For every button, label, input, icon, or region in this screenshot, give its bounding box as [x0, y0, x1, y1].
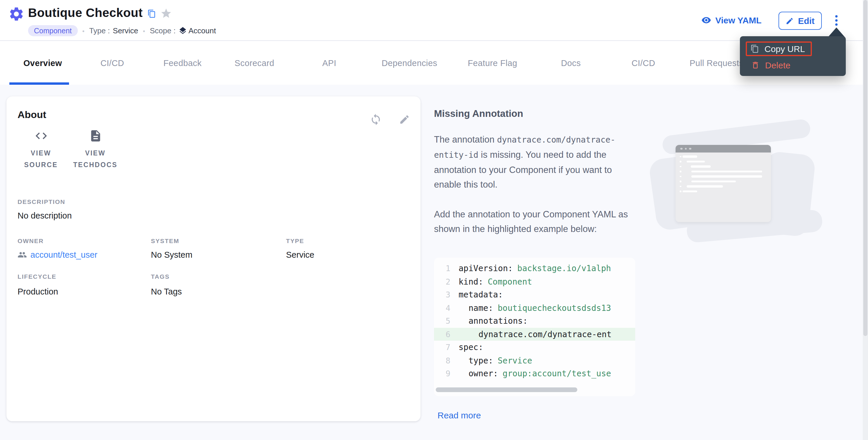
entity-header: Boutique Checkout Component • Type : Ser… — [0, 0, 868, 41]
lifecycle-label: LIFECYCLE — [18, 273, 57, 280]
edit-about-icon[interactable] — [399, 114, 410, 125]
yaml-code-block: 1apiVersion:backstage.io/v1alph 2kind:Co… — [434, 258, 635, 396]
copy-url-label: Copy URL — [765, 44, 805, 54]
active-tab-underline — [9, 82, 69, 85]
view-yaml-label: View YAML — [715, 15, 762, 25]
code-line: 5annotations: — [434, 314, 635, 328]
page-scrollbar-thumb[interactable] — [863, 0, 867, 336]
view-techdocs-label: VIEW TECHDOCS — [68, 147, 122, 171]
tags-label: TAGS — [151, 273, 169, 280]
owner-value: account/test_user — [30, 250, 97, 260]
about-card: About VIEW SOURCE VIEW TECHDOCS DESCRIPT… — [6, 96, 421, 421]
missing-annotation-text: The annotation dynatrace.com/dynatrace-e… — [434, 132, 637, 192]
view-source-link[interactable]: VIEW SOURCE — [18, 129, 64, 171]
type-field-value: Service — [286, 250, 314, 260]
system-label: SYSTEM — [151, 237, 179, 244]
entity-scope: Scope : Account — [150, 26, 216, 35]
about-card-title: About — [18, 109, 46, 121]
tab-scorecard[interactable]: Scorecard — [218, 41, 291, 85]
entity-type: Type : Service — [89, 26, 138, 35]
tab-feature-flag[interactable]: Feature Flag — [452, 41, 533, 85]
layers-icon — [178, 26, 187, 35]
type-label: Type : — [89, 26, 110, 35]
component-gear-icon — [8, 6, 25, 22]
tags-value: No Tags — [151, 287, 182, 296]
entity-subtitle: Component • Type : Service • Scope : Acc… — [28, 25, 216, 36]
entity-tabbar: Overview CI/CD Feedback Scorecard API De… — [0, 41, 868, 85]
system-value: No System — [151, 250, 192, 260]
code-line: 3metadata: — [434, 288, 635, 301]
favorite-star-icon[interactable] — [160, 8, 172, 19]
copy-entity-name-icon[interactable] — [147, 9, 156, 18]
code-window-illustration — [648, 123, 824, 240]
scope-value: Account — [188, 26, 216, 35]
description-label: DESCRIPTION — [18, 198, 65, 205]
tab-overview[interactable]: Overview — [8, 41, 77, 85]
tab-docs[interactable]: Docs — [533, 41, 608, 85]
entity-page: Boutique Checkout Component • Type : Ser… — [0, 0, 868, 440]
tab-api[interactable]: API — [291, 41, 367, 85]
people-icon — [18, 250, 27, 260]
code-line: 4name:boutiquecheckoutsdsds13 — [434, 301, 635, 314]
view-yaml-button[interactable]: View YAML — [701, 15, 762, 25]
editor-window-graphic — [676, 145, 771, 222]
document-icon — [89, 129, 102, 143]
edit-button-label: Edit — [798, 16, 815, 26]
code-line: 1apiVersion:backstage.io/v1alph — [434, 262, 635, 275]
view-techdocs-link[interactable]: VIEW TECHDOCS — [68, 129, 122, 171]
owner-label: OWNER — [18, 237, 44, 244]
kind-badge: Component — [28, 25, 78, 36]
eye-icon — [701, 15, 711, 25]
pencil-icon — [786, 16, 794, 25]
window-titlebar — [676, 145, 771, 153]
edit-button[interactable]: Edit — [778, 12, 822, 30]
copy-icon — [750, 44, 759, 53]
menu-item-copy-url[interactable]: Copy URL — [746, 41, 812, 56]
scope-label: Scope : — [150, 26, 176, 35]
type-value: Service — [113, 26, 138, 35]
owner-link[interactable]: account/test_user — [18, 250, 97, 260]
missing-annotation-title: Missing Annotation — [434, 108, 637, 119]
lifecycle-value: Production — [18, 287, 58, 296]
page-title: Boutique Checkout — [28, 6, 143, 20]
code-line: 7spec: — [434, 341, 635, 354]
code-line: 9owner:group:account/test_use — [434, 367, 635, 380]
view-source-label: VIEW SOURCE — [18, 147, 64, 171]
tab-feedback[interactable]: Feedback — [147, 41, 218, 85]
missing-annotation-panel: Missing Annotation The annotation dynatr… — [434, 108, 637, 236]
delete-label: Delete — [765, 60, 790, 70]
page-scrollbar-track[interactable] — [863, 0, 868, 440]
more-options-kebab-button[interactable] — [832, 12, 840, 29]
code-icon — [34, 129, 48, 143]
menu-item-delete[interactable]: Delete — [746, 60, 840, 70]
tab-cicd-2[interactable]: CI/CD — [608, 41, 679, 85]
code-line: 2kind:Component — [434, 275, 635, 288]
trash-icon — [751, 61, 760, 70]
code-line-highlighted: 6dynatrace.com/dynatrace-ent — [434, 328, 635, 341]
menu-pointer-arrow — [828, 28, 845, 37]
tab-cicd-1[interactable]: CI/CD — [77, 41, 147, 85]
tab-dependencies[interactable]: Dependencies — [367, 41, 452, 85]
separator-dot: • — [143, 27, 145, 34]
read-more-link[interactable]: Read more — [437, 410, 481, 420]
description-value: No description — [18, 211, 72, 220]
context-menu: Copy URL Delete — [740, 36, 846, 76]
type-field-label: TYPE — [286, 237, 304, 244]
refresh-icon[interactable] — [370, 113, 382, 126]
add-annotation-text: Add the annotation to your Component YAM… — [434, 207, 637, 236]
code-line: 8type:Service — [434, 354, 635, 367]
code-horizontal-scrollbar[interactable] — [436, 387, 577, 392]
separator-dot: • — [82, 27, 85, 34]
